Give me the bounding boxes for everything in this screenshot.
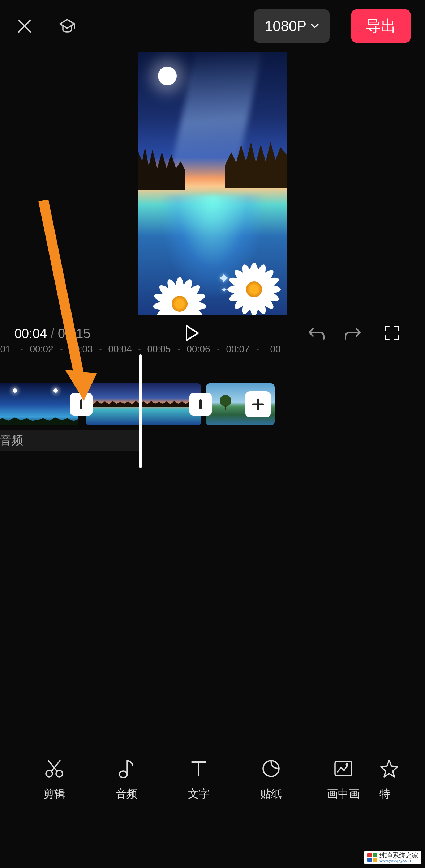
resolution-label: 1080P [265, 18, 306, 34]
ruler-dot [139, 349, 141, 350]
clip-2[interactable] [86, 383, 201, 425]
add-clip-button[interactable] [245, 391, 271, 417]
time-separator: / [51, 326, 54, 341]
star-icon [379, 758, 399, 779]
preview-canvas: ✦ ✦ [138, 52, 287, 315]
preview-area[interactable]: ✦ ✦ [0, 52, 425, 315]
export-button[interactable]: 导出 [351, 9, 411, 43]
svg-rect-0 [80, 399, 82, 409]
time-ruler[interactable]: 0:0100:0200:0300:0400:0500:0600:0700 [0, 344, 425, 358]
audio-track-label: 音频 [0, 433, 23, 448]
total-time: 00:15 [58, 326, 90, 341]
play-button[interactable] [184, 324, 205, 343]
resolution-button[interactable]: 1080P [254, 9, 330, 43]
tool-text[interactable]: 文字 [163, 758, 235, 819]
plus-icon [251, 397, 265, 412]
tutorial-icon[interactable] [56, 15, 78, 37]
chevron-down-icon [311, 24, 319, 29]
text-icon [190, 758, 208, 779]
bottom-toolbar: 剪辑 音频 文字 贴纸 画中画 特 [0, 758, 425, 819]
ruler-dot [218, 349, 219, 350]
timeline[interactable] [0, 383, 425, 425]
tool-effect[interactable]: 特 [379, 758, 408, 819]
music-note-icon [117, 758, 136, 779]
tool-pip[interactable]: 画中画 [307, 758, 379, 819]
pip-icon [333, 758, 353, 779]
ruler-tick: 00:07 [226, 344, 249, 355]
svg-point-4 [119, 771, 127, 778]
close-button[interactable] [14, 16, 35, 36]
tool-audio[interactable]: 音频 [90, 758, 163, 819]
fullscreen-button[interactable] [384, 325, 401, 342]
ruler-dot [21, 349, 23, 350]
undo-button[interactable] [308, 326, 325, 342]
ruler-dot [100, 349, 102, 350]
watermark: 纯净系统之家 www.youqixy.com [364, 851, 421, 864]
tool-sticker[interactable]: 贴纸 [235, 758, 307, 819]
transition-button-2[interactable] [189, 393, 212, 416]
watermark-logo-icon [367, 853, 377, 862]
sticker-icon [261, 758, 281, 779]
ruler-tick: 00 [270, 344, 281, 355]
tool-edit[interactable]: 剪辑 [18, 758, 90, 819]
playhead[interactable] [139, 354, 142, 468]
scissors-icon [44, 758, 64, 779]
ruler-tick: 00:04 [108, 344, 132, 355]
ruler-tick: 00:02 [30, 344, 53, 355]
ruler-tick: 00:05 [147, 344, 171, 355]
audio-track[interactable]: 音频 [0, 430, 139, 451]
ruler-tick: 00:06 [186, 344, 210, 355]
ruler-dot [178, 349, 180, 350]
current-time: 00:04 [14, 326, 47, 341]
ruler-dot [257, 349, 259, 350]
transition-button-1[interactable] [70, 393, 93, 416]
clip-1[interactable] [0, 383, 78, 425]
redo-button[interactable] [344, 326, 361, 342]
svg-rect-1 [199, 399, 202, 409]
ruler-dot [61, 349, 63, 350]
export-label: 导出 [366, 16, 396, 36]
ruler-tick: 0:01 [0, 344, 10, 355]
transition-icon [197, 398, 204, 411]
ruler-tick: 00:03 [69, 344, 93, 355]
transition-icon [78, 398, 85, 411]
svg-rect-6 [335, 761, 352, 776]
svg-point-7 [346, 763, 348, 766]
